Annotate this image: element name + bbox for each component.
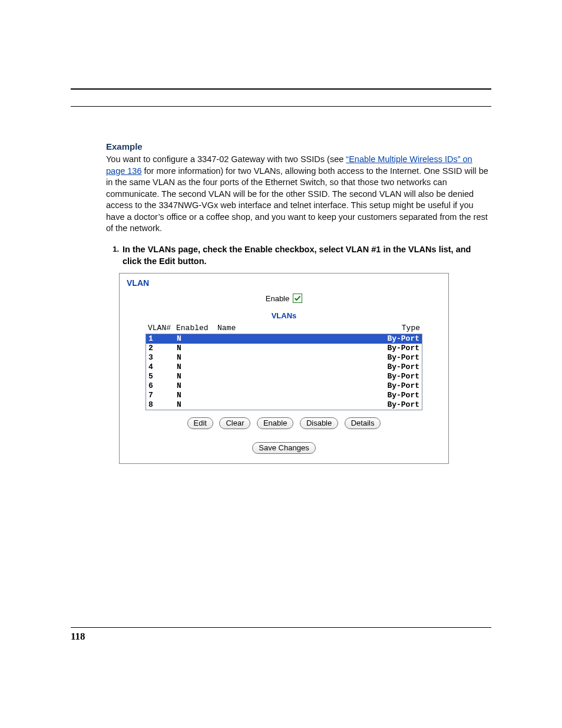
vlan-row-num: 6 bbox=[148, 381, 177, 391]
vlan-row[interactable]: 3NBy-Port bbox=[146, 353, 422, 363]
edit-button[interactable]: Edit bbox=[187, 417, 213, 429]
vlan-row-name bbox=[218, 334, 372, 344]
col-header-name: Name bbox=[217, 324, 373, 332]
footer-rule bbox=[71, 627, 491, 628]
example-heading: Example bbox=[106, 141, 488, 151]
paragraph-text-1: You want to configure a 3347-02 Gateway … bbox=[106, 154, 346, 164]
col-header-num: VLAN# bbox=[148, 324, 176, 332]
vlan-row-type: By-Port bbox=[372, 353, 419, 363]
vlan-row-name bbox=[218, 353, 372, 363]
vlan-panel: VLAN Enable VLANs VLAN# bbox=[119, 273, 449, 464]
header-rule-thin bbox=[71, 106, 491, 107]
enable-label-wrap: Enable bbox=[266, 294, 302, 303]
vlan-row-type: By-Port bbox=[372, 391, 419, 400]
enable-label: Enable bbox=[266, 294, 289, 303]
action-button-row: Edit Clear Enable Disable Details bbox=[125, 417, 442, 429]
vlan-row-type: By-Port bbox=[372, 344, 419, 353]
check-icon bbox=[294, 295, 301, 302]
example-paragraph: You want to configure a 3347-02 Gateway … bbox=[106, 154, 488, 235]
vlan-row-enabled: N bbox=[177, 372, 218, 381]
clear-button[interactable]: Clear bbox=[219, 417, 250, 429]
vlan-row[interactable]: 6NBy-Port bbox=[146, 381, 422, 391]
vlan-row-name bbox=[218, 391, 372, 400]
vlan-row-name bbox=[218, 400, 372, 410]
details-button[interactable]: Details bbox=[345, 417, 381, 429]
vlan-row-num: 7 bbox=[148, 391, 177, 400]
vlan-row-enabled: N bbox=[177, 381, 218, 391]
vlan-row-type: By-Port bbox=[372, 400, 419, 410]
screenshot-wrap: VLAN Enable VLANs VLAN# bbox=[119, 273, 488, 464]
col-header-enabled: Enabled bbox=[176, 324, 217, 332]
vlan-row-enabled: N bbox=[177, 344, 218, 353]
enable-row: Enable bbox=[125, 294, 442, 303]
document-page: Example You want to configure a 3347-02 … bbox=[0, 0, 562, 728]
vlan-row-type: By-Port bbox=[372, 363, 419, 372]
vlan-row[interactable]: 2NBy-Port bbox=[146, 344, 422, 353]
vlan-row[interactable]: 5NBy-Port bbox=[146, 372, 422, 381]
save-changes-button[interactable]: Save Changes bbox=[252, 442, 315, 454]
vlan-row-num: 4 bbox=[148, 363, 177, 372]
enable-button[interactable]: Enable bbox=[257, 417, 293, 429]
vlan-panel-title: VLAN bbox=[127, 278, 442, 288]
save-button-row: Save Changes bbox=[125, 442, 442, 454]
header-rule-thick bbox=[71, 88, 491, 90]
vlan-row-num: 2 bbox=[148, 344, 177, 353]
vlan-row-enabled: N bbox=[177, 400, 218, 410]
step-instruction: In the VLANs page, check the Enable chec… bbox=[123, 244, 488, 267]
vlan-row-enabled: N bbox=[177, 353, 218, 363]
vlan-row-num: 5 bbox=[148, 372, 177, 381]
vlan-list-body[interactable]: 1NBy-Port2NBy-Port3NBy-Port4NBy-Port5NBy… bbox=[146, 334, 422, 410]
vlan-row[interactable]: 1NBy-Port bbox=[146, 334, 422, 344]
vlans-subheading: VLANs bbox=[125, 311, 442, 320]
step-number: 1. bbox=[106, 245, 123, 267]
vlan-row-type: By-Port bbox=[372, 381, 419, 391]
vlan-row-enabled: N bbox=[177, 363, 218, 372]
paragraph-text-2: for more information) for two VLANs, all… bbox=[106, 166, 488, 233]
vlan-row-name bbox=[218, 381, 372, 391]
vlan-row[interactable]: 7NBy-Port bbox=[146, 391, 422, 400]
vlan-row-type: By-Port bbox=[372, 372, 419, 381]
vlan-row-num: 1 bbox=[148, 334, 177, 344]
page-number: 118 bbox=[71, 631, 85, 643]
step-1: 1. In the VLANs page, check the Enable c… bbox=[106, 244, 488, 267]
col-header-type: Type bbox=[373, 324, 420, 332]
enable-checkbox[interactable] bbox=[293, 294, 302, 303]
vlan-row[interactable]: 8NBy-Port bbox=[146, 400, 422, 410]
vlan-row-num: 3 bbox=[148, 353, 177, 363]
vlan-row-name bbox=[218, 363, 372, 372]
vlan-row-enabled: N bbox=[177, 391, 218, 400]
vlan-row-type: By-Port bbox=[372, 334, 419, 344]
vlan-list-header: VLAN# Enabled Name Type bbox=[146, 322, 422, 334]
vlan-row-name bbox=[218, 372, 372, 381]
disable-button[interactable]: Disable bbox=[300, 417, 338, 429]
vlan-listbox: VLAN# Enabled Name Type 1NBy-Port2NBy-Po… bbox=[146, 322, 422, 410]
content-area: Example You want to configure a 3347-02 … bbox=[106, 141, 488, 464]
vlan-row-name bbox=[218, 344, 372, 353]
vlan-row-enabled: N bbox=[177, 334, 218, 344]
vlan-row-num: 8 bbox=[148, 400, 177, 410]
vlan-row[interactable]: 4NBy-Port bbox=[146, 363, 422, 372]
